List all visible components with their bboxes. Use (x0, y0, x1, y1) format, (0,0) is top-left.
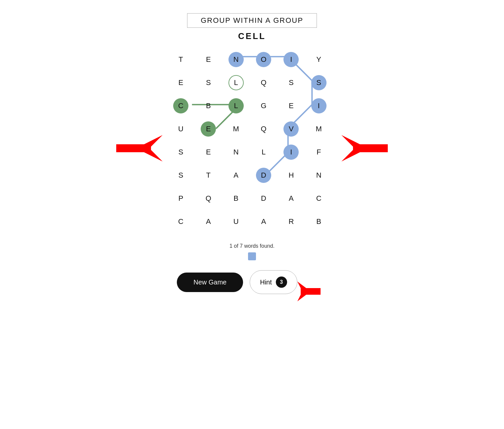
cell-r0-c2[interactable]: N (225, 48, 248, 71)
cell-r4-c2[interactable]: N (225, 141, 248, 164)
cell-letter-r0-c0: T (173, 52, 188, 67)
cell-letter-r6-c0: P (173, 191, 188, 206)
cell-r1-c4[interactable]: S (279, 71, 303, 94)
cell-r6-c2[interactable]: B (225, 187, 248, 210)
cell-r6-c5[interactable]: C (307, 187, 330, 210)
cell-r3-c2[interactable]: M (225, 117, 248, 141)
cell-letter-r3-c4: V (283, 121, 299, 137)
hint-button[interactable]: Hint 3 (250, 270, 297, 294)
cell-r7-c1[interactable]: A (197, 210, 220, 233)
cell-r4-c0[interactable]: S (169, 141, 192, 164)
cell-r6-c1[interactable]: Q (197, 187, 220, 210)
arrow-right-icon (341, 135, 388, 163)
game-grid: TENOIYESLQSSCBLGEIUEMQVMSENLIFSTADHNPQBD… (169, 45, 335, 236)
cell-letter-r0-c1: E (201, 52, 216, 67)
cell-r3-c5[interactable]: M (307, 117, 330, 141)
word-label: CELL (238, 31, 266, 41)
cell-r4-c3[interactable]: L (252, 141, 275, 164)
cell-r3-c4[interactable]: V (279, 117, 303, 141)
cell-r2-c2[interactable]: L (225, 94, 248, 117)
status-text: 1 of 7 words found. (229, 243, 275, 249)
cell-letter-r2-c1: B (201, 98, 216, 113)
cell-r5-c2[interactable]: A (225, 164, 248, 187)
game-area: TENOIYESLQSSCBLGEIUEMQVMSENLIFSTADHNPQBD… (169, 45, 335, 236)
cell-r1-c5[interactable]: S (307, 71, 330, 94)
cell-letter-r2-c3: G (256, 98, 271, 113)
cell-r2-c5[interactable]: I (307, 94, 330, 117)
cell-letter-r7-c3: A (256, 214, 271, 229)
cell-r0-c5[interactable]: Y (307, 48, 330, 71)
cell-letter-r5-c5: N (311, 168, 327, 183)
cell-letter-r5-c3: D (256, 168, 271, 183)
cell-r1-c0[interactable]: E (169, 71, 192, 94)
cell-r3-c1[interactable]: E (197, 117, 220, 141)
cell-letter-r2-c5: I (311, 98, 327, 113)
cell-letter-r1-c1: S (201, 75, 216, 90)
title-text: GROUP WITHIN A GROUP (201, 16, 303, 24)
cell-letter-r7-c2: U (228, 214, 244, 229)
progress-indicator (248, 252, 256, 260)
new-game-button[interactable]: New Game (177, 273, 243, 292)
cell-r1-c3[interactable]: Q (252, 71, 275, 94)
cell-r0-c1[interactable]: E (197, 48, 220, 71)
cell-letter-r0-c5: Y (311, 52, 327, 67)
cell-letter-r5-c4: H (283, 168, 299, 183)
cell-letter-r4-c0: S (173, 145, 188, 160)
cell-r7-c4[interactable]: R (279, 210, 303, 233)
cell-r5-c0[interactable]: S (169, 164, 192, 187)
cell-letter-r5-c0: S (173, 168, 188, 183)
cell-r5-c4[interactable]: H (279, 164, 303, 187)
svg-rect-3 (353, 144, 388, 152)
cell-letter-r2-c2: L (228, 98, 244, 113)
title-box: GROUP WITHIN A GROUP (187, 13, 317, 28)
cell-r5-c3[interactable]: D (252, 164, 275, 187)
cell-letter-r1-c2: L (228, 75, 244, 90)
cell-r4-c5[interactable]: F (307, 141, 330, 164)
cell-letter-r3-c1: E (201, 121, 216, 137)
cell-r5-c5[interactable]: N (307, 164, 330, 187)
cell-r7-c0[interactable]: C (169, 210, 192, 233)
cell-letter-r1-c5: S (311, 75, 327, 90)
cell-letter-r5-c1: T (201, 168, 216, 183)
cell-letter-r4-c2: N (228, 145, 244, 160)
svg-rect-1 (116, 144, 151, 152)
cell-letter-r7-c5: B (311, 214, 327, 229)
cell-r0-c0[interactable]: T (169, 48, 192, 71)
cell-r2-c4[interactable]: E (279, 94, 303, 117)
cell-r3-c0[interactable]: U (169, 117, 192, 141)
cell-r7-c5[interactable]: B (307, 210, 330, 233)
cell-r6-c3[interactable]: D (252, 187, 275, 210)
cell-letter-r3-c5: M (311, 121, 327, 137)
cell-letter-r7-c1: A (201, 214, 216, 229)
cell-letter-r3-c3: Q (256, 121, 271, 137)
cell-r7-c2[interactable]: U (225, 210, 248, 233)
cell-letter-r7-c0: C (173, 214, 188, 229)
cell-r0-c4[interactable]: I (279, 48, 303, 71)
cell-r2-c1[interactable]: B (197, 94, 220, 117)
cell-letter-r4-c3: L (256, 145, 271, 160)
cell-r2-c0[interactable]: C (169, 94, 192, 117)
cell-r6-c4[interactable]: A (279, 187, 303, 210)
cell-letter-r5-c2: A (228, 168, 244, 183)
cell-r1-c2[interactable]: L (225, 71, 248, 94)
buttons-row: New Game Hint 3 (177, 270, 327, 294)
cell-letter-r4-c4: I (283, 145, 299, 160)
cell-r6-c0[interactable]: P (169, 187, 192, 210)
cell-r4-c4[interactable]: I (279, 141, 303, 164)
cell-r5-c1[interactable]: T (197, 164, 220, 187)
cell-r0-c3[interactable]: O (252, 48, 275, 71)
cell-letter-r0-c4: I (283, 52, 299, 67)
cell-letter-r6-c1: Q (201, 191, 216, 206)
cell-r2-c3[interactable]: G (252, 94, 275, 117)
arrow-left-icon (116, 135, 163, 163)
cell-letter-r3-c2: M (228, 121, 244, 137)
cell-letter-r6-c5: C (311, 191, 327, 206)
cell-letter-r2-c4: E (283, 98, 299, 113)
cell-r7-c3[interactable]: A (252, 210, 275, 233)
arrow-hint-icon (297, 281, 321, 303)
cell-r1-c1[interactable]: S (197, 71, 220, 94)
cell-r4-c1[interactable]: E (197, 141, 220, 164)
cell-letter-r2-c0: C (173, 98, 188, 113)
cell-r3-c3[interactable]: Q (252, 117, 275, 141)
cell-letter-r6-c4: A (283, 191, 299, 206)
